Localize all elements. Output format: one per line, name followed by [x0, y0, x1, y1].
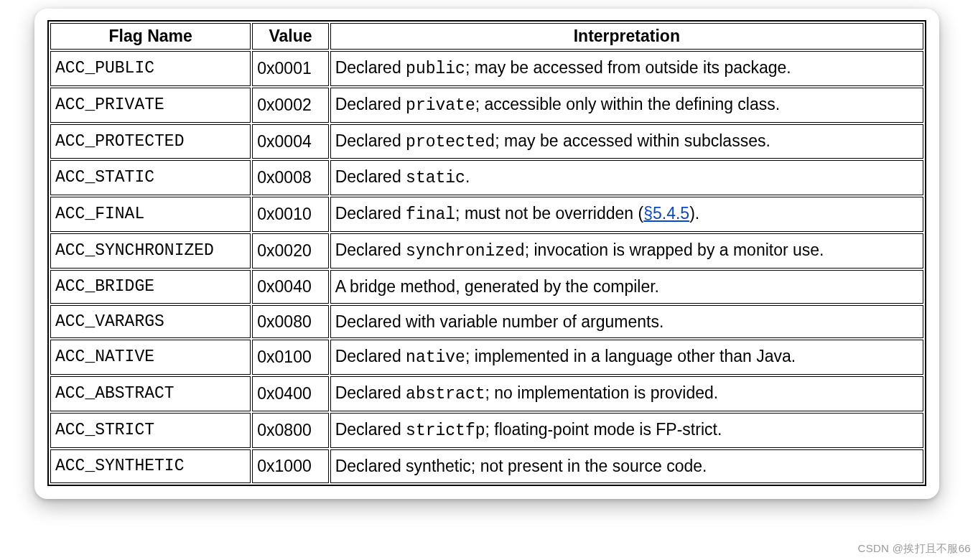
cell-flag-name: ACC_STATIC	[50, 160, 251, 195]
cell-interpretation: A bridge method, generated by the compil…	[330, 270, 923, 304]
table-row: ACC_SYNCHRONIZED0x0020Declared synchroni…	[50, 233, 923, 269]
cell-value: 0x0008	[252, 160, 328, 195]
interp-text-after-link: ).	[689, 204, 699, 223]
cell-interpretation: Declared static.	[330, 160, 923, 195]
interp-text-post: ; no implementation is provided.	[485, 383, 719, 402]
table-header-row: Flag Name Value Interpretation	[50, 23, 923, 50]
interp-text-pre: Declared	[335, 204, 406, 223]
cell-flag-name: ACC_NATIVE	[50, 340, 251, 375]
interp-text-pre: Declared	[335, 131, 406, 150]
cell-value: 0x1000	[252, 449, 328, 483]
interp-text-pre: Declared	[335, 383, 406, 402]
table-row: ACC_PROTECTED0x0004Declared protected; m…	[50, 124, 923, 159]
cell-flag-name: ACC_ABSTRACT	[50, 376, 251, 411]
interp-keyword: private	[406, 96, 475, 115]
interp-text-pre: Declared	[335, 95, 406, 113]
cell-flag-name: ACC_PRIVATE	[50, 88, 251, 123]
interp-text-pre: Declared	[335, 58, 406, 77]
interp-text-pre: Declared	[335, 347, 406, 365]
interp-text-post: ; implemented in a language other than J…	[465, 347, 796, 365]
watermark-text: CSDN @挨打且不服66	[858, 542, 971, 556]
table-row: ACC_PRIVATE0x0002Declared private; acces…	[50, 88, 923, 123]
interp-text-pre: Declared	[335, 241, 406, 259]
cell-flag-name: ACC_PUBLIC	[50, 51, 251, 86]
cell-value: 0x0040	[252, 270, 328, 304]
cell-value: 0x0080	[252, 305, 328, 339]
interp-text-pre: Declared	[335, 167, 406, 186]
header-value: Value	[252, 23, 328, 50]
table-row: ACC_BRIDGE0x0040A bridge method, generat…	[50, 270, 923, 304]
interp-text-post: ; may be accessed within subclasses.	[495, 131, 770, 150]
cell-interpretation: Declared private; accessible only within…	[330, 88, 923, 123]
cell-flag-name: ACC_BRIDGE	[50, 270, 251, 304]
interp-text-pre: Declared with variable number of argumen…	[335, 312, 664, 331]
cell-interpretation: Declared protected; may be accessed with…	[330, 124, 923, 159]
cell-interpretation: Declared final; must not be overridden (…	[330, 197, 923, 232]
interp-keyword: public	[406, 60, 465, 78]
cell-interpretation: Declared synchronized; invocation is wra…	[330, 233, 923, 269]
cell-value: 0x0400	[252, 376, 328, 411]
interp-text-post: ; may be accessed from outside its packa…	[465, 58, 791, 77]
interp-text-post: ; must not be overridden (	[455, 204, 643, 223]
cell-value: 0x0020	[252, 233, 328, 269]
access-flags-table: Flag Name Value Interpretation ACC_PUBLI…	[47, 20, 926, 486]
table-row: ACC_VARARGS0x0080Declared with variable …	[50, 305, 923, 339]
cell-flag-name: ACC_FINAL	[50, 197, 251, 232]
table-row: ACC_PUBLIC0x0001Declared public; may be …	[50, 51, 923, 86]
interp-keyword: strictfp	[406, 421, 485, 440]
interp-keyword: final	[406, 205, 455, 224]
cell-value: 0x0800	[252, 413, 328, 448]
header-flag-name: Flag Name	[50, 23, 251, 50]
cell-flag-name: ACC_SYNTHETIC	[50, 449, 251, 483]
cell-flag-name: ACC_STRICT	[50, 413, 251, 448]
cell-interpretation: Declared public; may be accessed from ou…	[330, 51, 923, 86]
cell-interpretation: Declared with variable number of argumen…	[330, 305, 923, 339]
cell-value: 0x0100	[252, 340, 328, 375]
table-row: ACC_STRICT0x0800Declared strictfp; float…	[50, 413, 923, 448]
interp-keyword: protected	[406, 133, 495, 151]
cell-flag-name: ACC_PROTECTED	[50, 124, 251, 159]
cell-value: 0x0002	[252, 88, 328, 123]
table-row: ACC_ABSTRACT0x0400Declared abstract; no …	[50, 376, 923, 411]
interp-keyword: static	[406, 169, 465, 187]
table-row: ACC_FINAL0x0010Declared final; must not …	[50, 197, 923, 232]
interp-keyword: synchronized	[406, 242, 525, 261]
interp-text-pre: A bridge method, generated by the compil…	[335, 277, 659, 296]
document-card: Flag Name Value Interpretation ACC_PUBLI…	[34, 9, 939, 499]
table-row: ACC_NATIVE0x0100Declared native; impleme…	[50, 340, 923, 375]
interp-keyword: abstract	[406, 385, 485, 403]
table-row: ACC_SYNTHETIC0x1000Declared synthetic; n…	[50, 449, 923, 483]
cell-flag-name: ACC_SYNCHRONIZED	[50, 233, 251, 269]
interp-text-post: ; floating-point mode is FP-strict.	[485, 420, 722, 439]
cell-interpretation: Declared native; implemented in a langua…	[330, 340, 923, 375]
cell-value: 0x0001	[252, 51, 328, 86]
cell-value: 0x0004	[252, 124, 328, 159]
cell-interpretation: Declared strictfp; floating-point mode i…	[330, 413, 923, 448]
header-interpretation: Interpretation	[330, 23, 923, 50]
interp-text-pre: Declared synthetic; not present in the s…	[335, 457, 707, 475]
interp-keyword: native	[406, 348, 465, 367]
cell-interpretation: Declared synthetic; not present in the s…	[330, 449, 923, 483]
cell-interpretation: Declared abstract; no implementation is …	[330, 376, 923, 411]
section-link[interactable]: §5.4.5	[643, 204, 689, 223]
interp-text-pre: Declared	[335, 420, 406, 439]
interp-text-post: .	[465, 167, 470, 186]
table-row: ACC_STATIC0x0008Declared static.	[50, 160, 923, 195]
interp-text-post: ; invocation is wrapped by a monitor use…	[525, 241, 824, 259]
interp-text-post: ; accessible only within the defining cl…	[475, 95, 780, 113]
cell-flag-name: ACC_VARARGS	[50, 305, 251, 339]
cell-value: 0x0010	[252, 197, 328, 232]
